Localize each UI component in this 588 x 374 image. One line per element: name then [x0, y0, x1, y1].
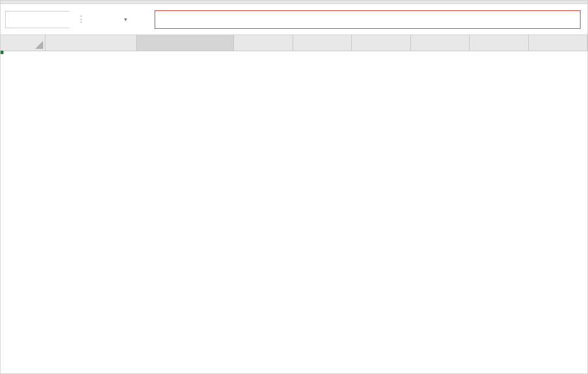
- name-box[interactable]: ▾: [5, 11, 70, 28]
- col-header-B[interactable]: [137, 35, 234, 51]
- col-header-E[interactable]: [352, 35, 411, 51]
- cancel-button[interactable]: [93, 12, 109, 28]
- spreadsheet-grid[interactable]: [1, 35, 587, 51]
- column-header-row: [1, 35, 587, 51]
- confirm-button[interactable]: [113, 12, 129, 28]
- col-header-D[interactable]: [293, 35, 352, 51]
- highlight-outline: [1, 51, 2, 52]
- col-header-F[interactable]: [411, 35, 470, 51]
- col-header-A[interactable]: [45, 35, 137, 51]
- col-header-C[interactable]: [234, 35, 293, 51]
- col-header-G[interactable]: [470, 35, 529, 51]
- col-header-H[interactable]: [529, 35, 588, 51]
- separator-dots-icon: ⋮: [74, 14, 88, 25]
- active-cell-outline: [1, 51, 3, 54]
- fx-button[interactable]: [134, 12, 150, 28]
- select-all-corner[interactable]: [1, 35, 45, 51]
- formula-input[interactable]: [155, 10, 581, 29]
- formula-bar-row: ▾ ⋮: [1, 4, 587, 35]
